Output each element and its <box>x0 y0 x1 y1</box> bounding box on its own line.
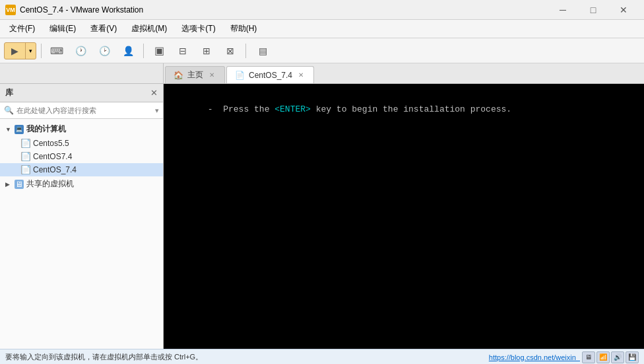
tree-item-shared[interactable]: ▶ 🖥 共享的虚拟机 <box>0 176 163 192</box>
toolbar-separator-3 <box>245 44 246 58</box>
history-button[interactable]: 🕐 <box>70 41 91 61</box>
menu-vm[interactable]: 虚拟机(M) <box>125 20 174 37</box>
vm-line1-suffix: key to begin the installation process. <box>311 104 511 114</box>
toolbar-separator-1 <box>41 44 42 58</box>
toolbar-separator-2 <box>143 44 144 58</box>
snapshot-icon: 🕑 <box>99 46 110 56</box>
view1-button[interactable]: ⊟ <box>172 41 193 61</box>
tree-expand-arrow: ▼ <box>5 126 12 133</box>
close-button[interactable]: ✕ <box>608 0 639 20</box>
status-right-area: https://blog.csdn.net/weixin_ 🖥 📶 🔊 💾 <box>489 351 639 363</box>
sidebar-title: 库 <box>5 87 13 98</box>
vm-line1-highlight: <ENTER> <box>274 104 311 114</box>
tab-home[interactable]: 🏠 主页 ✕ <box>165 66 225 83</box>
snapshot-button[interactable]: 🕑 <box>94 41 115 61</box>
play-dropdown-button[interactable]: ▾ <box>25 42 36 59</box>
fullscreen-icon: ▣ <box>154 44 164 57</box>
user-icon: 👤 <box>123 46 134 56</box>
fullscreen-button[interactable]: ▣ <box>148 41 170 61</box>
centos74a-label: CentOS7.4 <box>33 152 72 161</box>
dropdown-arrow-icon: ▾ <box>29 48 32 54</box>
main-layout: 库 ✕ 🔍 ▾ ▼ 💻 我的计算机 📄 Centos5.5 📄 CentOS7 <box>0 84 644 349</box>
tree-item-centos74a[interactable]: 📄 CentOS7.4 <box>0 150 163 163</box>
menu-help[interactable]: 帮助(H) <box>224 20 264 37</box>
tab-centos74-close[interactable]: ✕ <box>296 71 306 79</box>
toolbar: ▶ ▾ ⌨ 🕐 🕑 👤 ▣ ⊟ ⊞ ⊠ ▤ <box>0 38 644 63</box>
vm-file-icon-centos74b: 📄 <box>21 165 30 174</box>
tab-home-close[interactable]: ✕ <box>207 71 216 79</box>
panel-icon: ▤ <box>259 46 267 56</box>
tree-shared-arrow: ▶ <box>5 181 12 188</box>
play-button[interactable]: ▶ <box>5 42 25 59</box>
maximize-button[interactable]: □ <box>578 0 608 20</box>
status-icons: 🖥 📶 🔊 💾 <box>582 351 639 363</box>
status-icon-2: 📶 <box>596 351 610 363</box>
sidebar-search-input[interactable] <box>16 106 152 114</box>
window-title: CentOS_7.4 - VMware Workstation <box>20 5 548 15</box>
shared-icon: 🖥 <box>15 180 24 189</box>
vm-file-icon-centos55: 📄 <box>21 139 30 148</box>
vm-content-area[interactable]: - Press the <ENTER> key to begin the ins… <box>164 84 644 349</box>
view2-icon: ⊞ <box>203 46 210 56</box>
menu-file[interactable]: 文件(F) <box>3 20 42 37</box>
sidebar: 库 ✕ 🔍 ▾ ▼ 💻 我的计算机 📄 Centos5.5 📄 CentOS7 <box>0 84 164 349</box>
tab-centos74-label: CentOS_7.4 <box>249 71 292 80</box>
sidebar-area-header <box>0 63 164 83</box>
status-icon-3: 🔊 <box>611 351 624 363</box>
panel-button[interactable]: ▤ <box>251 41 274 61</box>
menu-tabs[interactable]: 选项卡(T) <box>175 20 222 37</box>
centos55-label: Centos5.5 <box>33 139 69 148</box>
send-ctrl-alt-del-button[interactable]: ⌨ <box>46 41 67 61</box>
play-group: ▶ ▾ <box>4 42 36 59</box>
computer-icon: 💻 <box>15 125 24 134</box>
vm-file-icon-centos74a: 📄 <box>21 152 30 161</box>
status-icon-1: 🖥 <box>582 351 595 363</box>
centos74b-label: CentOS_7.4 <box>33 165 77 174</box>
view1-icon: ⊟ <box>179 46 187 56</box>
status-icon-4: 💾 <box>626 351 639 363</box>
user-button[interactable]: 👤 <box>117 41 139 61</box>
sidebar-tree: ▼ 💻 我的计算机 📄 Centos5.5 📄 CentOS7.4 📄 Cent… <box>0 119 163 349</box>
minimize-button[interactable]: ─ <box>548 0 578 20</box>
view3-icon: ⊠ <box>226 46 234 56</box>
search-icon: 🔍 <box>4 106 14 115</box>
menu-bar: 文件(F) 编辑(E) 查看(V) 虚拟机(M) 选项卡(T) 帮助(H) <box>0 20 644 38</box>
view3-button[interactable]: ⊠ <box>220 41 241 61</box>
status-bar: 要将输入定向到该虚拟机，请在虚拟机内部单击或按 Ctrl+G。 https://… <box>0 349 644 364</box>
home-tab-icon: 🏠 <box>174 71 183 80</box>
search-dropdown-icon[interactable]: ▾ <box>155 106 159 115</box>
sidebar-close-button[interactable]: ✕ <box>150 88 158 98</box>
status-text: 要将输入定向到该虚拟机，请在虚拟机内部单击或按 Ctrl+G。 <box>5 352 203 362</box>
status-link[interactable]: https://blog.csdn.net/weixin_ <box>489 353 580 361</box>
vm-screen: - Press the <ENTER> key to begin the ins… <box>164 84 644 349</box>
title-bar: VM CentOS_7.4 - VMware Workstation ─ □ ✕ <box>0 0 644 20</box>
sidebar-header: 库 ✕ <box>0 84 163 102</box>
centos-tab-icon: 📄 <box>235 71 245 80</box>
window-controls: ─ □ ✕ <box>548 0 639 20</box>
tab-home-label: 主页 <box>187 69 203 81</box>
app-icon: VM <box>5 5 16 15</box>
tree-item-centos55[interactable]: 📄 Centos5.5 <box>0 137 163 150</box>
tab-centos74[interactable]: 📄 CentOS_7.4 ✕ <box>226 66 314 83</box>
tabs-bar: 🏠 主页 ✕ 📄 CentOS_7.4 ✕ <box>164 63 644 83</box>
menu-edit[interactable]: 编辑(E) <box>43 20 82 37</box>
tree-item-my-computer[interactable]: ▼ 💻 我的计算机 <box>0 122 163 137</box>
history-icon: 🕐 <box>75 46 86 56</box>
sidebar-search-area: 🔍 ▾ <box>0 102 163 119</box>
view2-button[interactable]: ⊞ <box>196 41 217 61</box>
keyboard-icon: ⌨ <box>50 46 63 56</box>
menu-view[interactable]: 查看(V) <box>84 20 123 37</box>
tree-item-centos74b[interactable]: 📄 CentOS_7.4 <box>0 163 163 176</box>
my-computer-label: 我的计算机 <box>26 124 66 135</box>
play-icon: ▶ <box>11 46 18 56</box>
vm-line1-prefix: - Press the <box>208 104 274 114</box>
shared-label: 共享的虚拟机 <box>26 178 74 190</box>
